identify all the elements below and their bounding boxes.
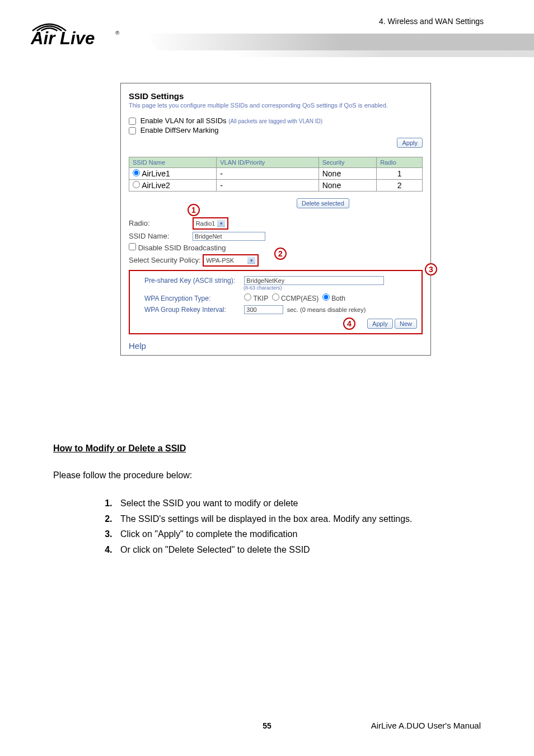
page-header: Air Live ® 4. Wireless and WAN Settings (0, 0, 534, 62)
ssid-table-header-row: SSID Name VLAN ID/Priority Security Radi… (129, 157, 423, 168)
header-gradient-1 (146, 34, 534, 50)
psk-input[interactable]: BridgeNetKey (244, 276, 384, 285)
ssid-table: SSID Name VLAN ID/Priority Security Radi… (129, 157, 423, 192)
svg-text:Air Live: Air Live (31, 29, 95, 48)
callout-2: 2 (274, 248, 287, 260)
psk-label: Pre-shared Key (ASCII string): (144, 277, 242, 284)
enc-tkip-radio[interactable] (244, 293, 251, 301)
panel-title: SSID Settings (129, 91, 423, 101)
ssid-row-name: AirLive2 (142, 181, 170, 190)
ssid-name-label: SSID Name: (129, 232, 190, 240)
radio-select[interactable]: Radio1 ▾ (193, 217, 229, 230)
table-row[interactable]: AirLive2 - None 2 (129, 180, 423, 192)
header-gradient-2 (232, 50, 534, 57)
enable-diffserv-checkbox[interactable] (129, 127, 136, 134)
panel-description: This page lets you configure multiple SS… (129, 102, 423, 109)
ssid-row-radio-num: 1 (377, 168, 423, 180)
disable-broadcast-label: Disable SSID Broadcasting (138, 244, 226, 252)
ssid-row-vlan: - (217, 168, 318, 180)
disable-broadcast-checkbox[interactable] (129, 243, 136, 250)
steps-list: Select the SSID you want to modify or de… (115, 496, 484, 557)
svg-text:®: ® (115, 30, 119, 36)
step-item: Click on "Apply" to complete the modific… (115, 526, 484, 542)
callout-4: 4 (343, 318, 355, 330)
ssid-row-vlan: - (217, 180, 318, 192)
delete-selected-button[interactable]: Delete selected (297, 198, 349, 208)
section-breadcrumb: 4. Wireless and WAN Settings (379, 17, 484, 26)
enc-both-radio[interactable] (322, 293, 330, 301)
enc-label: WPA Encryption Type: (144, 295, 242, 302)
wpa-settings-box: 3 Pre-shared Key (ASCII string): BridgeN… (129, 270, 423, 334)
apply-button-top[interactable]: Apply (397, 138, 423, 148)
manual-title: AirLive A.DUO User's Manual (371, 721, 481, 730)
rekey-input[interactable]: 300 (244, 305, 283, 314)
table-row[interactable]: AirLive1 - None 1 (129, 168, 423, 180)
enable-vlan-row: Enable VLAN for all SSIDs (All packets a… (129, 116, 423, 125)
radio-label: Radio: (129, 219, 190, 227)
document-body: How to Modify or Delete a SSID Please fo… (53, 442, 484, 558)
col-security: Security (318, 157, 376, 168)
how-to-heading: How to Modify or Delete a SSID (53, 442, 484, 455)
radio-select-value: Radio1 (196, 220, 216, 227)
enable-vlan-note: (All packets are tagged with VLAN ID) (228, 118, 322, 124)
step-item: The SSID's settings will be displayed in… (115, 511, 484, 527)
ssid-row-name: AirLive1 (142, 169, 170, 178)
rekey-label: WPA Group Rekey Interval: (144, 306, 242, 314)
callout-1: 1 (188, 204, 200, 216)
col-ssid-name: SSID Name (129, 157, 217, 168)
ssid-row-radio[interactable] (133, 169, 140, 176)
chevron-down-icon: ▾ (217, 220, 225, 227)
enable-vlan-label: Enable VLAN for all SSIDs (140, 116, 227, 125)
security-policy-label: Select Security Policy: (129, 256, 201, 264)
security-policy-select[interactable]: WPA-PSK ▾ (203, 254, 259, 267)
col-radio: Radio (377, 157, 423, 168)
security-policy-value: WPA-PSK (206, 257, 234, 264)
ssid-row-radio-num: 2 (377, 180, 423, 192)
ssid-row-security: None (318, 180, 376, 192)
ssid-settings-panel: SSID Settings This page lets you configu… (120, 83, 431, 356)
psk-note: (8-63 characters) (243, 285, 417, 291)
intro-text: Please follow the procedure below: (53, 469, 484, 482)
enable-vlan-checkbox[interactable] (129, 118, 136, 125)
chevron-down-icon: ▾ (247, 256, 255, 264)
new-button[interactable]: New (395, 319, 417, 329)
callout-3: 3 (425, 263, 437, 276)
ssid-name-input[interactable]: BridgeNet (193, 232, 265, 241)
enable-diffserv-label: Enable DiffServ Marking (140, 126, 219, 134)
apply-button-bottom[interactable]: Apply (367, 319, 393, 329)
step-item: Or click on "Delete Selected" to delete … (115, 542, 484, 558)
ssid-row-security: None (318, 168, 376, 180)
step-item: Select the SSID you want to modify or de… (115, 496, 484, 511)
airlive-logo: Air Live ® (31, 16, 132, 52)
help-link[interactable]: Help (129, 341, 146, 351)
ssid-row-radio[interactable] (133, 181, 140, 188)
enc-ccmp-radio[interactable] (272, 293, 279, 301)
col-vlan: VLAN ID/Priority (217, 157, 318, 168)
enable-diffserv-row: Enable DiffServ Marking (129, 126, 423, 134)
